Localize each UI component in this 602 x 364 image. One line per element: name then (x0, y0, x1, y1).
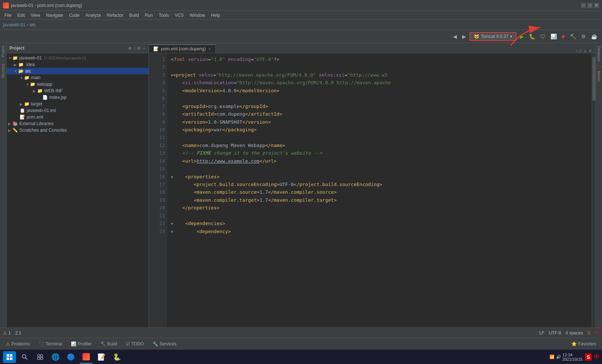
terminal-button[interactable]: ⬛ Terminal (36, 341, 65, 347)
taskbar-chrome-button[interactable]: 🔵 (64, 351, 77, 364)
problems-button[interactable]: ⚠ Problems (3, 341, 33, 347)
taskbar-idea-button[interactable] (80, 351, 93, 364)
line-num-8: 8 (149, 110, 165, 118)
status-warnings[interactable]: ⚠ 1 (3, 330, 11, 336)
window-controls[interactable]: ─ □ ✕ (581, 3, 599, 8)
project-scope-button[interactable]: ⊕ (128, 46, 132, 51)
ime-cn-indicator[interactable]: 中 (594, 354, 599, 360)
warning-icon: ⚠ (3, 330, 7, 336)
line-num-13: 13 (149, 149, 165, 157)
tree-item-src[interactable]: ▼ 📂 src (7, 68, 149, 74)
stop-button[interactable]: ■ (560, 32, 567, 40)
favorites-icon: ⭐ (571, 341, 577, 346)
maven-side-tab[interactable]: Maven (596, 69, 602, 83)
search-taskbar-button[interactable] (18, 351, 31, 364)
tab-close-button[interactable]: ✕ (208, 47, 211, 51)
taskbar-edge-button[interactable]: 🌐 (49, 351, 62, 364)
taskbar-word-button[interactable]: 📝 (95, 351, 108, 364)
warning-count: 1 (8, 330, 11, 336)
tab-label: pom.xml (com.dupeng) (161, 46, 206, 51)
sdk-button[interactable]: ☕ (589, 32, 599, 40)
maximize-button[interactable]: □ (587, 3, 593, 8)
tree-item-pomxml[interactable]: ▶ 📝 pom.xml (7, 114, 149, 120)
status-lf[interactable]: LF (539, 330, 544, 336)
menu-help[interactable]: Help (208, 12, 223, 19)
project-collapse-button[interactable]: ─ (142, 46, 146, 51)
menu-navigate[interactable]: Navigate (43, 12, 66, 19)
editor-scrollbar[interactable] (592, 53, 595, 328)
build-button[interactable]: 🔨 Build (97, 341, 120, 347)
code-line-12: <name>com.dupeng Maven Webapp</name> (171, 142, 588, 149)
todo-icon: ☑ (126, 341, 130, 346)
status-indent[interactable]: 4 spaces (565, 330, 583, 336)
menu-build[interactable]: Build (126, 12, 142, 19)
tree-item-indexjsp[interactable]: ▶ 📄 index.jsp (7, 94, 149, 101)
tab-nav-up[interactable]: ▲ (583, 49, 587, 53)
menu-refactor[interactable]: Refactor (104, 12, 126, 19)
run-button[interactable]: ▶ (518, 32, 526, 40)
services-button[interactable]: 🔧 Services (150, 341, 179, 347)
taskbar-python-button[interactable]: 🐍 (110, 351, 123, 364)
profile-button[interactable]: 📊 (549, 32, 559, 40)
tree-item-idea[interactable]: ▶ 📁 .idea (7, 61, 149, 68)
build-project-button[interactable]: 🔨 (568, 32, 578, 40)
tree-arrow-idea: ▶ (14, 63, 18, 67)
structure-side-icon[interactable]: Structure (0, 62, 6, 80)
tree-arrow-target: ▶ (20, 102, 24, 106)
menu-analyze[interactable]: Analyze (83, 12, 104, 19)
scrollbar-thumb[interactable] (593, 57, 595, 101)
code-area[interactable]: <?xml version="1.0" encoding="UTF-8"?> ▼… (167, 53, 592, 328)
tab-pomxml[interactable]: 📝 pom.xml (com.dupeng) ✕ (149, 44, 216, 53)
project-sort-button[interactable]: ↕ (133, 46, 135, 51)
profiler-button[interactable]: 📊 Profiler (68, 341, 95, 347)
tomcat-run-config-button[interactable]: 🐱 Tomcat 9.0.37 ▾ (469, 32, 516, 41)
project-settings-button[interactable]: ⚙ (137, 46, 141, 51)
menu-code[interactable]: Code (66, 12, 83, 19)
tree-item-scratches[interactable]: ▶ ✏️ Scratches and Consoles (7, 127, 149, 133)
close-button[interactable]: ✕ (594, 3, 599, 8)
task-view-button[interactable] (34, 351, 47, 364)
title-bar: javaweb-01 - pom.xml (com.dupeng) ─ □ ✕ (0, 0, 602, 11)
back-button[interactable]: ◀ (451, 32, 459, 40)
debug-button[interactable]: 🐛 (527, 32, 537, 40)
problems-label: Problems (11, 341, 30, 346)
favorites-button[interactable]: ⭐ Favorites (568, 341, 599, 347)
breadcrumb-folder[interactable]: src (30, 22, 35, 27)
tray-volume-icon[interactable]: 🔊 (556, 355, 561, 359)
tray-time[interactable]: 12:34 2021/10/15 (563, 353, 583, 361)
status-line-col[interactable]: 2:1 (15, 330, 22, 336)
tray-network-icon[interactable]: 📶 (549, 355, 555, 359)
tree-item-webinf[interactable]: ▶ 📁 WEB-INF (7, 88, 149, 94)
tree-item-javaweb01[interactable]: ▼ 📁 javaweb-01 D:\IDEAtest\javaweb-01 (7, 55, 149, 61)
minimize-button[interactable]: ─ (581, 3, 586, 8)
tree-item-target[interactable]: ▶ 📁 target (7, 101, 149, 107)
tab-nav-down[interactable]: ▼ (588, 49, 593, 53)
menu-window[interactable]: Window (187, 12, 208, 19)
menu-view[interactable]: View (28, 12, 43, 19)
todo-button[interactable]: ☑ TODO (123, 341, 147, 347)
run-with-coverage-button[interactable]: 🛡 (538, 32, 547, 40)
idea-folder-icon: 📁 (18, 62, 24, 67)
tree-item-extlibs[interactable]: ▶ 📚 External Libraries (7, 120, 149, 127)
forward-button[interactable]: ▶ (460, 32, 468, 40)
tree-arrow: ▼ (8, 56, 12, 60)
menu-tools[interactable]: Tools (156, 12, 172, 19)
menu-run[interactable]: Run (142, 12, 156, 19)
status-sonar[interactable]: S (587, 330, 590, 336)
project-side-icon[interactable]: Project (0, 44, 6, 59)
start-button[interactable] (3, 351, 16, 363)
code-line-1: <?xml version="1.0" encoding="UTF-8"?> (171, 55, 588, 63)
database-side-tab[interactable]: Database (596, 44, 602, 63)
tree-item-webapp[interactable]: ▼ 📁 webapp (7, 81, 149, 88)
settings-button[interactable]: ⚙ (579, 32, 588, 40)
tree-item-iml[interactable]: ▶ 📋 javaweb-01.iml (7, 107, 149, 114)
status-encoding[interactable]: UTF-8 (549, 330, 561, 336)
menu-edit[interactable]: Edit (14, 12, 28, 19)
menu-vcs[interactable]: VCS (172, 12, 187, 19)
status-cn[interactable]: 中 (595, 330, 599, 336)
tree-label-scratches: Scratches and Consoles (19, 128, 67, 133)
breadcrumb-project[interactable]: javaweb-01 (3, 22, 25, 27)
ime-indicator[interactable]: S (585, 353, 592, 361)
menu-file[interactable]: File (1, 12, 14, 19)
tree-item-main[interactable]: ▼ 📁 main (7, 74, 149, 81)
